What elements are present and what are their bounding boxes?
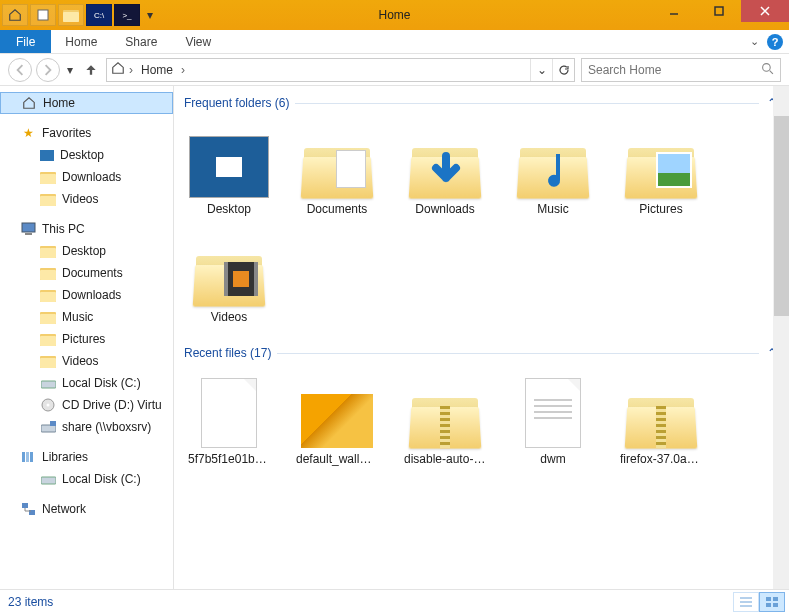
qat-newfolder-icon[interactable] (58, 4, 84, 26)
breadcrumb-segment[interactable]: Home (137, 63, 177, 77)
tile-desktop[interactable]: Desktop (184, 116, 274, 220)
sidebar-item-label: Network (42, 502, 173, 516)
svg-rect-7 (41, 381, 56, 388)
sidebar-item-label: This PC (42, 222, 173, 236)
sidebar-item-documents[interactable]: Documents (0, 262, 173, 284)
view-details-button[interactable] (733, 592, 759, 612)
tab-home[interactable]: Home (51, 30, 111, 53)
maximize-button[interactable] (696, 0, 741, 22)
history-dropdown[interactable]: ▾ (64, 63, 76, 77)
title-bar: C:\ >_ ▾ Home (0, 0, 789, 30)
tile-label: Documents (296, 202, 378, 216)
qat-home-icon[interactable] (2, 4, 28, 26)
navigation-pane: Home ★ Favorites Desktop Downloads Video… (0, 86, 174, 589)
zip-icon (626, 392, 696, 448)
tab-view[interactable]: View (171, 30, 225, 53)
frequent-folders-grid: Desktop Documents Downloads Music Pictur… (184, 116, 779, 328)
sidebar-item-label: Local Disk (C:) (62, 472, 173, 486)
tile-file[interactable]: 5f7b5f1e01b8376… (184, 366, 274, 470)
folder-icon (410, 142, 480, 198)
folder-icon (40, 309, 56, 325)
sidebar-item-downloads[interactable]: Downloads (0, 284, 173, 306)
sidebar-item-cddrive[interactable]: CD Drive (D:) Virtu (0, 394, 173, 416)
sidebar-item-desktop[interactable]: Desktop (0, 144, 173, 166)
close-button[interactable] (741, 0, 789, 22)
tile-pictures[interactable]: Pictures (616, 116, 706, 220)
sidebar-item-label: share (\\vboxsrv) (62, 420, 173, 434)
folder-icon (40, 265, 56, 281)
breadcrumb-sep[interactable]: › (129, 63, 133, 77)
sidebar-item-desktop[interactable]: Desktop (0, 240, 173, 262)
svg-rect-14 (30, 452, 33, 462)
qat-cmd-icon[interactable]: C:\ (86, 4, 112, 26)
sidebar-item-pictures[interactable]: Pictures (0, 328, 173, 350)
help-icon[interactable]: ? (767, 34, 783, 50)
status-bar: 23 items (0, 589, 789, 613)
sidebar-item-downloads[interactable]: Downloads (0, 166, 173, 188)
section-header-recent[interactable]: Recent files (17) ⌃ (184, 346, 779, 360)
window-title: Home (378, 8, 410, 22)
home-icon (21, 95, 37, 111)
file-icon (525, 378, 581, 448)
folder-icon (302, 142, 372, 198)
search-box[interactable] (581, 58, 781, 82)
sidebar-item-label: Videos (62, 192, 173, 206)
svg-rect-2 (715, 7, 723, 15)
tile-music[interactable]: Music (508, 116, 598, 220)
recent-files-grid: 5f7b5f1e01b8376… default_wallpape… disab… (184, 366, 779, 470)
tile-label: dwm (512, 452, 594, 466)
sidebar-item-videos[interactable]: Videos (0, 188, 173, 210)
tile-file[interactable]: disable-auto-arr… (400, 366, 490, 470)
tile-videos[interactable]: Videos (184, 224, 274, 328)
sidebar-item-home[interactable]: Home (0, 92, 173, 114)
tile-file[interactable]: firefox-37.0a1.en… (616, 366, 706, 470)
breadcrumb-sep[interactable]: › (181, 63, 185, 77)
svg-rect-21 (766, 597, 771, 601)
folder-icon (40, 243, 56, 259)
up-button[interactable] (80, 59, 102, 81)
sidebar-item-network[interactable]: Network (0, 498, 173, 520)
refresh-icon[interactable] (552, 59, 574, 81)
search-icon[interactable] (761, 62, 774, 78)
sidebar-item-label: Favorites (42, 126, 173, 140)
sidebar-item-videos[interactable]: Videos (0, 350, 173, 372)
search-input[interactable] (588, 63, 774, 77)
sidebar-item-favorites[interactable]: ★ Favorites (0, 122, 173, 144)
tab-share[interactable]: Share (111, 30, 171, 53)
qat-customize-icon[interactable]: ▾ (142, 4, 158, 26)
status-item-count: 23 items (8, 595, 53, 609)
sidebar-item-localdisk[interactable]: Local Disk (C:) (0, 372, 173, 394)
drive-icon (40, 375, 56, 391)
view-icons-button[interactable] (759, 592, 785, 612)
sidebar-item-localdisk[interactable]: Local Disk (C:) (0, 468, 173, 490)
tile-documents[interactable]: Documents (292, 116, 382, 220)
sidebar-item-share[interactable]: share (\\vboxsrv) (0, 416, 173, 438)
tile-downloads[interactable]: Downloads (400, 116, 490, 220)
desktop-icon (189, 136, 269, 198)
sidebar-item-thispc[interactable]: This PC (0, 218, 173, 240)
tile-label: default_wallpape… (296, 452, 378, 466)
folder-icon (40, 331, 56, 347)
sidebar-item-music[interactable]: Music (0, 306, 173, 328)
file-tab[interactable]: File (0, 30, 51, 53)
svg-rect-13 (26, 452, 29, 462)
svg-rect-5 (22, 223, 35, 232)
svg-point-3 (763, 63, 771, 71)
scrollbar[interactable] (773, 86, 789, 589)
qat-powershell-icon[interactable]: >_ (114, 4, 140, 26)
section-header-frequent[interactable]: Frequent folders (6) ⌃ (184, 96, 779, 110)
address-bar[interactable]: › Home › ⌄ (106, 58, 575, 82)
qat-properties-icon[interactable] (30, 4, 56, 26)
ribbon-tabs: File Home Share View ⌄ ? (0, 30, 789, 54)
scroll-thumb[interactable] (774, 116, 789, 316)
expand-ribbon-icon[interactable]: ⌄ (750, 35, 759, 48)
tile-file[interactable]: dwm (508, 366, 598, 470)
content-pane: Frequent folders (6) ⌃ Desktop Documents… (174, 86, 789, 589)
address-dropdown-icon[interactable]: ⌄ (530, 59, 552, 81)
back-button[interactable] (8, 58, 32, 82)
svg-rect-0 (38, 10, 48, 20)
forward-button[interactable] (36, 58, 60, 82)
minimize-button[interactable] (651, 0, 696, 22)
tile-file[interactable]: default_wallpape… (292, 366, 382, 470)
sidebar-item-libraries[interactable]: Libraries (0, 446, 173, 468)
